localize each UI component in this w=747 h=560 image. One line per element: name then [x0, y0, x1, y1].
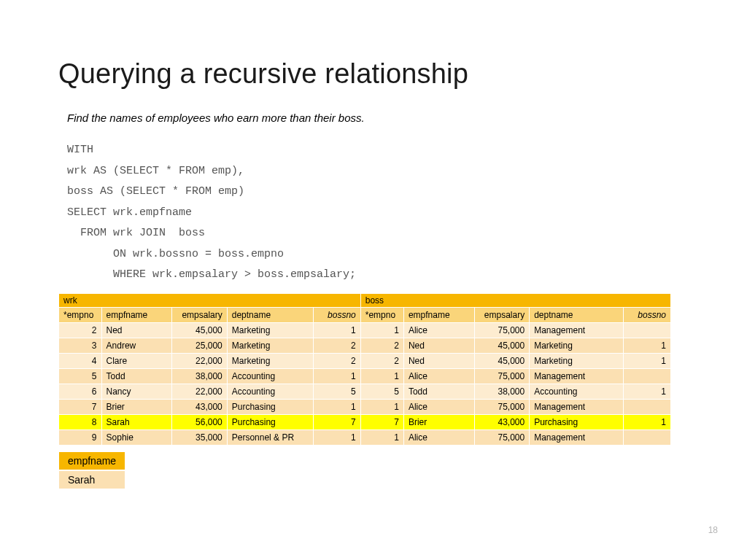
cell: Purchasing: [530, 414, 624, 429]
page-number: 18: [708, 525, 718, 535]
cell: 1: [360, 429, 403, 445]
table-row: 7Brier43,000Purchasing11Alice75,000Manag…: [59, 399, 671, 414]
cell: 7: [314, 414, 361, 429]
cell: Clare: [101, 353, 172, 368]
data-table: wrk boss *empno empfname empsalary deptn…: [58, 293, 671, 446]
cell: 7: [360, 414, 403, 429]
cell: 5: [314, 384, 361, 399]
table-row: 3Andrew25,000Marketing22Ned45,000Marketi…: [59, 338, 671, 353]
cell: Sophie: [101, 429, 172, 445]
result-header: empfname: [58, 451, 125, 470]
cell: Todd: [101, 368, 172, 384]
cell: 45,000: [172, 322, 227, 338]
cell: 7: [59, 399, 102, 414]
cell: Management: [530, 399, 624, 414]
cell: 75,000: [474, 399, 529, 414]
cell: 45,000: [474, 338, 529, 353]
slide: Querying a recursive relationship Find t…: [0, 0, 747, 560]
cell: 56,000: [172, 414, 227, 429]
cell: 1: [314, 322, 361, 338]
cell: 1: [314, 399, 361, 414]
cell: Marketing: [227, 322, 313, 338]
cell: Accounting: [227, 384, 313, 399]
result-box: empfname Sarah: [58, 451, 125, 489]
col-wrk-empno: *empno: [59, 307, 102, 322]
cell: 1: [314, 429, 361, 445]
cell: Alice: [403, 399, 474, 414]
cell: 43,000: [172, 399, 227, 414]
col-boss-empsalary: empsalary: [474, 307, 529, 322]
cell: 1: [624, 353, 671, 368]
cell: 2: [360, 338, 403, 353]
cell: Management: [530, 429, 624, 445]
cell: 38,000: [474, 384, 529, 399]
cell: 2: [314, 338, 361, 353]
cell: Ned: [403, 353, 474, 368]
cell: 2: [59, 322, 102, 338]
cell: Ned: [101, 322, 172, 338]
cell: 3: [59, 338, 102, 353]
cell: 22,000: [172, 384, 227, 399]
cell: 22,000: [172, 353, 227, 368]
cell: [624, 429, 671, 445]
cell: Nancy: [101, 384, 172, 399]
join-table: wrk boss *empno empfname empsalary deptn…: [58, 293, 689, 446]
cell: Brier: [101, 399, 172, 414]
cell: Marketing: [227, 353, 313, 368]
cell: [624, 399, 671, 414]
cell: 1: [624, 414, 671, 429]
col-wrk-bossno: bossno: [314, 307, 361, 322]
cell: Accounting: [530, 384, 624, 399]
cell: 75,000: [474, 429, 529, 445]
table-row: 5Todd38,000Accounting11Alice75,000Manage…: [59, 368, 671, 384]
cell: Marketing: [530, 353, 624, 368]
sql-code-block: WITH wrk AS (SELECT * FROM emp), boss AS…: [67, 140, 689, 286]
col-boss-deptname: deptname: [530, 307, 624, 322]
group-header-row: wrk boss: [59, 293, 671, 307]
cell: 2: [314, 353, 361, 368]
cell: Alice: [403, 368, 474, 384]
cell: 4: [59, 353, 102, 368]
cell: Marketing: [530, 338, 624, 353]
cell: Brier: [403, 414, 474, 429]
cell: Todd: [403, 384, 474, 399]
cell: Marketing: [227, 338, 313, 353]
table-row: 2Ned45,000Marketing11Alice75,000Manageme…: [59, 322, 671, 338]
col-boss-empno: *empno: [360, 307, 403, 322]
cell: 75,000: [474, 368, 529, 384]
cell: [624, 368, 671, 384]
cell: 25,000: [172, 338, 227, 353]
cell: Management: [530, 322, 624, 338]
cell: 1: [360, 322, 403, 338]
col-wrk-empfname: empfname: [101, 307, 172, 322]
cell: [624, 322, 671, 338]
cell: 6: [59, 384, 102, 399]
cell: 38,000: [172, 368, 227, 384]
cell: Accounting: [227, 368, 313, 384]
cell: Purchasing: [227, 399, 313, 414]
question-text: Find the names of employees who earn mor…: [67, 112, 689, 124]
table-body: 2Ned45,000Marketing11Alice75,000Manageme…: [59, 322, 671, 445]
cell: Purchasing: [227, 414, 313, 429]
page-title: Querying a recursive relationship: [58, 58, 689, 90]
column-header-row: *empno empfname empsalary deptname bossn…: [59, 307, 671, 322]
cell: 45,000: [474, 353, 529, 368]
cell: 43,000: [474, 414, 529, 429]
col-wrk-empsalary: empsalary: [172, 307, 227, 322]
cell: Ned: [403, 338, 474, 353]
group-header-boss: boss: [360, 293, 670, 307]
cell: Alice: [403, 429, 474, 445]
col-wrk-deptname: deptname: [227, 307, 313, 322]
col-boss-empfname: empfname: [403, 307, 474, 322]
cell: 75,000: [474, 322, 529, 338]
cell: 35,000: [172, 429, 227, 445]
table-row: 6Nancy22,000Accounting55Todd38,000Accoun…: [59, 384, 671, 399]
cell: 1: [624, 338, 671, 353]
table-row: 8Sarah56,000Purchasing77Brier43,000Purch…: [59, 414, 671, 429]
cell: Alice: [403, 322, 474, 338]
cell: 1: [360, 368, 403, 384]
cell: 1: [314, 368, 361, 384]
cell: Personnel & PR: [227, 429, 313, 445]
cell: Andrew: [101, 338, 172, 353]
cell: 8: [59, 414, 102, 429]
